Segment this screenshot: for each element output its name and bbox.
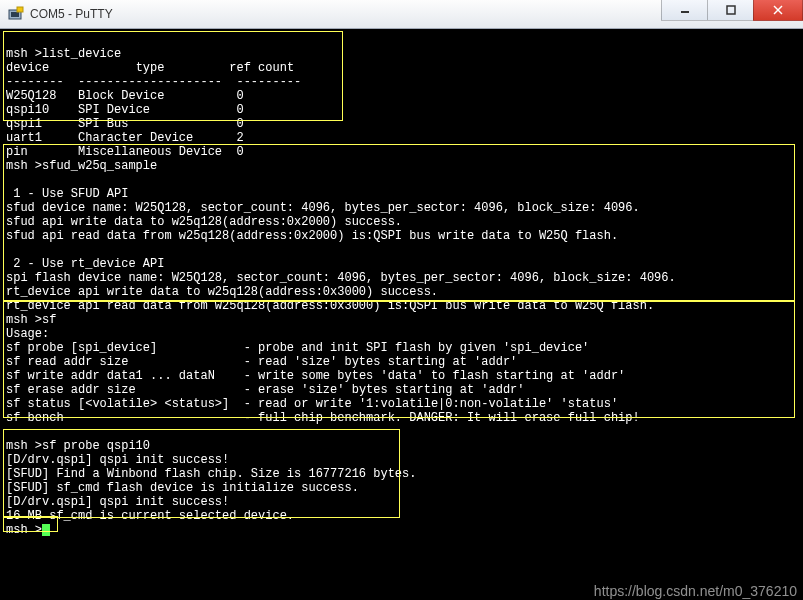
separator: -------- -------------------- --------- (6, 75, 301, 89)
sf-write-usage: sf write addr data1 ... dataN - write so… (6, 369, 625, 383)
minimize-button[interactable] (661, 0, 708, 21)
svg-rect-4 (727, 6, 735, 14)
cmd-list-device: msh >list_device (6, 47, 121, 61)
col-type: type (136, 61, 165, 75)
dev-w25q128: W25Q128 Block Device 0 (6, 89, 244, 103)
sf-probe-usage: sf probe [spi_device] - probe and init S… (6, 341, 589, 355)
dev-qspi1: qspi1 SPI Bus 0 (6, 117, 244, 131)
dev-pin: pin Miscellaneous Device 0 (6, 145, 244, 159)
col-ref: ref count (229, 61, 294, 75)
window-title: COM5 - PuTTY (30, 7, 113, 21)
cmd-sf: msh >sf (6, 313, 56, 327)
putty-window: COM5 - PuTTY msh >list_device device typ… (0, 0, 803, 600)
cmd-sf-probe: msh >sf probe qspi10 (6, 439, 150, 453)
svg-rect-1 (11, 12, 19, 17)
svg-rect-2 (17, 7, 23, 12)
dev-uart1: uart1 Character Device 2 (6, 131, 244, 145)
sf-status-usage: sf status [<volatile> <status>] - read o… (6, 397, 618, 411)
sfud-api-header: 1 - Use SFUD API (6, 187, 128, 201)
terminal[interactable]: msh >list_device device type ref count -… (0, 29, 803, 600)
sf-read-usage: sf read addr size - read 'size' bytes st… (6, 355, 517, 369)
col-device: device (6, 61, 49, 75)
sf-erase-usage: sf erase addr size - erase 'size' bytes … (6, 383, 525, 397)
watermark: https://blog.csdn.net/m0_376210 (594, 584, 797, 598)
usage-label: Usage: (6, 327, 49, 341)
cmd-sfud-sample: msh >sfud_w25q_sample (6, 159, 157, 173)
titlebar[interactable]: COM5 - PuTTY (0, 0, 803, 29)
rtdevice-api-header: 2 - Use rt_device API (6, 257, 164, 271)
dev-qspi10: qspi10 SPI Device 0 (6, 103, 244, 117)
close-button[interactable] (753, 0, 803, 21)
cursor (42, 524, 50, 536)
prompt: msh > (6, 523, 42, 537)
sf-bench-usage: sf bench - full chip benchmark. DANGER: … (6, 411, 640, 425)
maximize-button[interactable] (707, 0, 754, 21)
putty-icon (8, 6, 24, 22)
